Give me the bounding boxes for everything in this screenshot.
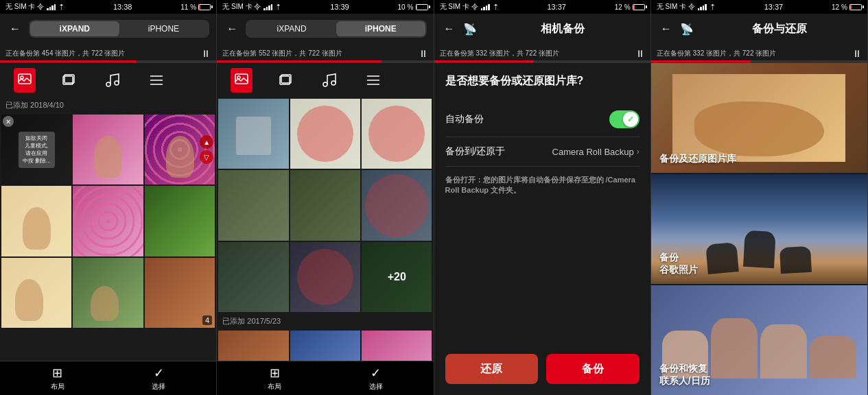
progress-track-2 (217, 60, 433, 62)
pause-button-1[interactable]: ⏸ (201, 48, 211, 59)
photo-cell-2-5[interactable] (290, 170, 360, 240)
photo-cell-1-4[interactable] (1, 186, 71, 256)
battery-icon-4 (849, 4, 862, 10)
option-label-contacts: 备份和恢复 联系人/日历 (651, 354, 718, 395)
sim-label-1: 无 SIM 卡 令 (5, 2, 44, 12)
bottom-tab-layout-1[interactable]: ⊞ 布局 (7, 366, 108, 392)
pause-button-2[interactable]: ⏸ (419, 48, 428, 59)
battery-pct-1: 11 (180, 3, 188, 11)
icon-tab-files-2[interactable] (360, 67, 387, 94)
progress-bar-2: 正在备份第 552 张图片，共 722 张图片 ⏸ (217, 44, 433, 63)
status-right-4: 12% (832, 3, 862, 11)
photo-cell-2-9[interactable]: +20 (362, 242, 432, 312)
photo-cell-1-5[interactable] (73, 186, 143, 256)
svg-point-11 (331, 81, 336, 85)
tab-iphone-1[interactable]: iPHONE (119, 21, 209, 36)
scroll-indicator-1: ▲ ▽ (200, 135, 213, 164)
icon-tab-albums-1[interactable] (55, 67, 82, 94)
photo-cell-1-7[interactable] (1, 258, 71, 328)
photo-cell-2b-3[interactable] (362, 331, 432, 361)
back-button-2[interactable]: ← (224, 20, 240, 38)
photo-cell-2-7[interactable] (218, 242, 288, 312)
progress-track-4 (651, 60, 867, 62)
sim-label-2: 无 SIM 卡 令 (222, 2, 261, 12)
time-4: 13:37 (764, 3, 784, 11)
icon-tab-photos-1[interactable] (11, 67, 38, 94)
check-mark-3: ✓ (627, 115, 634, 124)
photo-grid-inner-1: 如欲关闭儿童模式,请在应用中按 删除... ✕ ▲ ▽ (0, 113, 216, 329)
icon-tab-bar-2 (217, 63, 433, 97)
back-button-1[interactable]: ← (7, 20, 23, 38)
photo-cell-2-8[interactable] (290, 242, 360, 312)
auto-backup-toggle[interactable]: ✓ (609, 110, 640, 128)
photo-cell-2-6[interactable] (362, 170, 432, 240)
back-button-3[interactable]: ← (441, 20, 458, 38)
icon-tab-bar-1 (0, 63, 216, 97)
bottom-tab-select-1[interactable]: ✓ 选择 (108, 366, 210, 392)
progress-fill-1 (0, 60, 137, 62)
icon-tab-albums-2[interactable] (272, 67, 299, 94)
progress-fill-3 (434, 60, 534, 62)
photo-cell-2b-1[interactable] (218, 331, 288, 361)
battery-pct-4: 12 (832, 3, 839, 11)
backup-options-4: 备份及还原图片库 备份 谷歌照片 (651, 63, 867, 395)
svg-point-4 (106, 82, 110, 86)
photo-cell-2-2[interactable] (290, 99, 360, 169)
back-button-4[interactable]: ← (658, 20, 675, 38)
progress-text-1: 正在备份第 454 张图片，共 722 张图片 (5, 49, 196, 58)
photo-cell-1-8[interactable] (73, 258, 143, 328)
tab-iphone-2[interactable]: iPHONE (336, 21, 425, 36)
signal-bars-2 (263, 3, 272, 10)
battery-fill-4 (850, 5, 852, 10)
progress-text-2: 正在备份第 552 张图片，共 722 张图片 (222, 49, 412, 58)
backup-button-3[interactable]: 备份 (546, 354, 640, 384)
photo-cell-2b-2[interactable] (290, 331, 360, 361)
tab-ixpand-1[interactable]: iXPAND (30, 21, 119, 36)
photo-cell-1-6[interactable] (145, 186, 215, 256)
delete-badge-1[interactable]: ✕ (3, 116, 14, 127)
pause-button-4[interactable]: ⏸ (852, 48, 862, 59)
photo-cell-1-2[interactable] (73, 115, 143, 184)
scroll-up-1[interactable]: ▲ (200, 135, 213, 149)
progress-track-1 (0, 60, 216, 62)
tab-group-1: iXPAND iPHONE (29, 20, 209, 38)
icon-tab-music-2[interactable] (316, 67, 343, 94)
icon-tab-photos-2[interactable] (228, 67, 255, 94)
scroll-down-1[interactable]: ▽ (200, 150, 213, 164)
backup-option-library[interactable]: 备份及还原图片库 (651, 63, 867, 173)
status-left-1: 无 SIM 卡 令 ⇡ (5, 2, 64, 12)
backup-option-contacts[interactable]: 备份和恢复 联系人/日历 (651, 285, 867, 395)
albums-icon-1 (60, 72, 77, 88)
progress-bar-4: 正在备份第 332 张图片，共 722 张图片 ⏸ (651, 44, 867, 63)
photo-grid-inner-2b (217, 329, 433, 361)
photo-cell-2-4[interactable] (218, 170, 288, 240)
photo-cell-1-9[interactable]: 4 (145, 258, 215, 328)
bottom-tab-layout-2[interactable]: ⊞ 布局 (224, 366, 325, 392)
dialog-content-3: 是否想要备份或还原图片库? 自动备份 ✓ 备份到/还原于 Camera Roll… (434, 63, 650, 343)
restore-button-3[interactable]: 还原 (445, 354, 539, 384)
icon-tab-files-1[interactable] (143, 67, 170, 94)
icon-tab-music-1[interactable] (99, 67, 126, 94)
wifi-icon-3: ⇡ (493, 3, 499, 12)
bottom-tab-select-2[interactable]: ✓ 选择 (325, 366, 427, 392)
page-title-4: 备份与还原 (699, 22, 860, 36)
cast-icon-4[interactable]: 📡 (680, 23, 694, 36)
progress-track-3 (434, 60, 650, 62)
bottom-tab-bar-1: ⊞ 布局 ✓ 选择 (0, 361, 216, 395)
dialog-buttons-3: 还原 备份 (434, 343, 650, 395)
header-nav-3: ← 📡 相机备份 (434, 14, 650, 44)
battery-icon-3 (633, 4, 645, 10)
battery-pct-3: 12 (615, 3, 622, 11)
cast-icon-3[interactable]: 📡 (463, 23, 477, 36)
photo-cell-1-3[interactable]: ▲ ▽ (145, 115, 215, 184)
pause-button-3[interactable]: ⏸ (635, 48, 645, 59)
chevron-right-icon-3: › (637, 147, 640, 156)
backup-option-google[interactable]: 备份 谷歌照片 (651, 174, 867, 284)
photo-cell-2-1[interactable] (218, 99, 288, 169)
photo-cell-1-1[interactable]: 如欲关闭儿童模式,请在应用中按 删除... ✕ (1, 115, 71, 184)
photo-cell-2-3[interactable] (362, 99, 432, 169)
check-icon-1: ✓ (154, 366, 164, 381)
backup-dest-row[interactable]: 备份到/还原于 Camera Roll Backup › (445, 137, 640, 167)
tab-ixpand-2[interactable]: iXPAND (247, 21, 336, 36)
status-right-2: 10% (397, 3, 427, 11)
